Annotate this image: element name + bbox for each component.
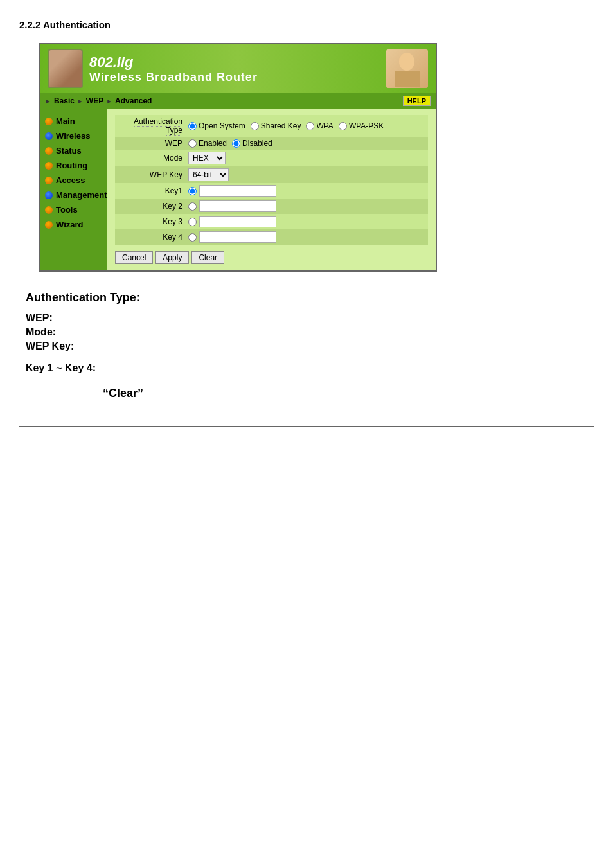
auth-wpa-psk-label[interactable]: WPA-PSK [339,121,384,130]
key1-field: 0000000000 [186,183,428,199]
mode-row: Mode HEX ASCII [115,150,428,166]
help-button[interactable]: HELP [403,96,431,106]
dot-wireless [45,132,53,140]
auth-type-row: Authentication Type Open System Shared K… [115,115,428,137]
dot-access [45,177,53,184]
svg-rect-1 [395,71,420,87]
person-icon-right [389,50,425,87]
sidebar-item-routing[interactable]: Routing [40,158,107,173]
key2-field: 0000000000 [186,199,428,214]
nav-advanced[interactable]: Advanced [115,96,152,105]
wep-key-select[interactable]: 64-bit 128-bit [188,168,229,181]
auth-type-heading: Authentication Type: [26,291,587,305]
nav-arrow-2: ► [77,98,84,105]
cancel-button[interactable]: Cancel [115,251,153,264]
key1-label: Key1 [115,183,186,199]
key1-row: Key1 0000000000 [115,183,428,199]
router-header: 802.llg Wireless Broadband Router [40,44,436,93]
wep-options: Enabled Disabled [186,137,428,150]
mode-select[interactable]: HEX ASCII [188,152,226,164]
wep-disabled-radio[interactable] [232,139,240,148]
router-body: Main Wireless Status Routing Access Mana… [40,109,436,270]
header-title-block: 802.llg Wireless Broadband Router [89,54,258,84]
sidebar-label-routing: Routing [56,161,87,170]
wep-key-row: WEP Key 64-bit 128-bit [115,166,428,183]
dot-status [45,147,53,155]
key4-label: Key 4 [115,229,186,245]
sidebar-label-access: Access [56,175,85,185]
key3-label: Key 3 [115,214,186,229]
auth-open-system-label[interactable]: Open System [188,121,245,130]
wep-enabled-radio[interactable] [188,139,197,148]
auth-open-system-text: Open System [199,121,245,130]
dot-wizard [45,221,53,229]
auth-type-options: Open System Shared Key WPA [186,115,428,137]
auth-shared-key-radio[interactable] [251,122,259,130]
auth-type-label: Authentication Type [115,115,186,137]
key3-row: Key 3 0000000000 [115,214,428,229]
auth-shared-key-label[interactable]: Shared Key [251,121,301,130]
svg-point-0 [399,53,414,71]
auth-wpa-label[interactable]: WPA [306,121,333,130]
nav-basic[interactable]: Basic [54,96,75,105]
auth-open-system-radio[interactable] [188,122,197,130]
nav-arrow-3: ► [106,98,112,105]
header-left: 802.llg Wireless Broadband Router [48,49,258,88]
key4-radio[interactable] [188,233,197,242]
dot-routing [45,162,53,170]
key3-input[interactable]: 0000000000 [199,216,276,227]
key2-label: Key 2 [115,199,186,214]
mode-field: HEX ASCII [186,150,428,166]
auth-wpa-psk-radio[interactable] [339,122,347,130]
sidebar-item-wizard[interactable]: Wizard [40,217,107,232]
key4-row: Key 4 0000000000 [115,229,428,245]
wep-radio-group: Enabled Disabled [188,139,425,148]
key4-field: 0000000000 [186,229,428,245]
key2-radio[interactable] [188,202,197,211]
brand-subtitle: Wireless Broadband Router [89,71,258,84]
mode-heading: Mode: [26,326,587,338]
sidebar-item-access[interactable]: Access [40,173,107,188]
dot-management [45,191,53,199]
key2-input[interactable]: 0000000000 [199,200,276,212]
section-title: 2.2.2 Authentication [19,19,594,30]
sidebar-label-main: Main [56,116,75,126]
auth-wpa-radio[interactable] [306,122,314,130]
sidebar-label-status: Status [56,146,82,155]
key4-input[interactable]: 0000000000 [199,231,276,243]
auth-wpa-psk-text: WPA-PSK [349,121,384,130]
key1-radio[interactable] [188,187,197,195]
mode-label: Mode [115,150,186,166]
wep-key-heading: WEP Key: [26,341,587,352]
wep-enabled-label[interactable]: Enabled [188,139,227,148]
clear-button[interactable]: Clear [191,251,224,264]
apply-button[interactable]: Apply [155,251,189,264]
sidebar-item-management[interactable]: Management [40,188,107,202]
person-icon-left [49,50,82,87]
sidebar-item-status[interactable]: Status [40,143,107,158]
nav-wep[interactable]: WEP [86,96,103,105]
bottom-rule [19,426,594,427]
wep-disabled-label[interactable]: Disabled [232,139,272,148]
key1-input[interactable]: 0000000000 [199,185,276,197]
form-table: Authentication Type Open System Shared K… [115,115,428,245]
auth-wpa-text: WPA [316,121,333,130]
sidebar-item-wireless[interactable]: Wireless [40,128,107,143]
key3-radio[interactable] [188,218,197,226]
sidebar-item-tools[interactable]: Tools [40,202,107,217]
sidebar-label-management: Management [56,190,107,200]
description-section: Authentication Type: WEP: Mode: WEP Key:… [19,291,594,400]
wep-disabled-text: Disabled [242,139,272,148]
wep-row: WEP Enabled Disabled [115,137,428,150]
sidebar-item-main[interactable]: Main [40,114,107,128]
wep-label: WEP [115,137,186,150]
sidebar-label-wizard: Wizard [56,220,84,229]
sidebar-label-tools: Tools [56,205,78,215]
breadcrumb: ► Basic ► WEP ► Advanced [45,96,152,105]
clear-description: “Clear” [103,387,587,400]
wep-heading: WEP: [26,312,587,324]
button-row: Cancel Apply Clear [115,251,428,264]
key2-row: Key 2 0000000000 [115,199,428,214]
key3-field: 0000000000 [186,214,428,229]
auth-radio-group: Open System Shared Key WPA [188,121,425,130]
